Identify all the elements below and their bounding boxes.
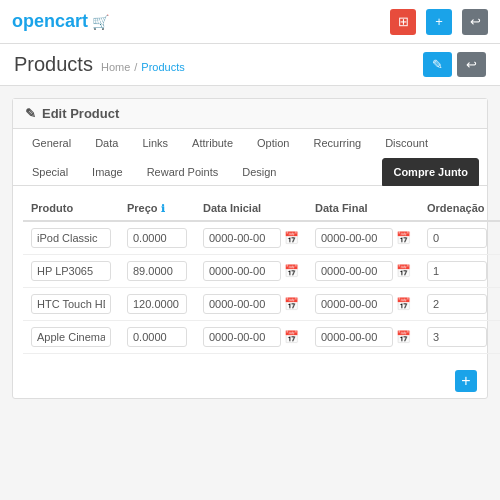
actions-cell: −: [495, 321, 500, 354]
tab-reward-points[interactable]: Reward Points: [136, 158, 230, 185]
sort-input[interactable]: [427, 261, 487, 281]
calendar-end-icon[interactable]: 📅: [396, 231, 411, 245]
calendar-end-icon[interactable]: 📅: [396, 264, 411, 278]
calendar-end-icon[interactable]: 📅: [396, 330, 411, 344]
plus-icon-button[interactable]: +: [426, 9, 452, 35]
table-header-row: ProdutoPreço ℹData InicialData FinalOrde…: [23, 196, 500, 221]
tab-option[interactable]: Option: [246, 129, 300, 156]
sort-input[interactable]: [427, 327, 487, 347]
page-header-left: Products Home / Products: [14, 53, 185, 76]
date-end-input[interactable]: [315, 261, 393, 281]
calendar-start-icon[interactable]: 📅: [284, 264, 299, 278]
product-input[interactable]: [31, 261, 111, 281]
add-row: +: [13, 364, 487, 398]
product-name: [23, 221, 119, 255]
navbar: opencart 🛒 ⊞ + ↩: [0, 0, 500, 44]
product-input[interactable]: [31, 228, 111, 248]
panel-title: Edit Product: [42, 106, 119, 121]
product-price: [119, 288, 195, 321]
table-row: 📅 📅 −: [23, 221, 500, 255]
product-name: [23, 321, 119, 354]
navbar-right: ⊞ + ↩: [390, 9, 488, 35]
date-start-input[interactable]: [203, 294, 281, 314]
calendar-start-icon[interactable]: 📅: [284, 297, 299, 311]
price-input[interactable]: [127, 294, 187, 314]
date-start-input[interactable]: [203, 327, 281, 347]
date-end-input[interactable]: [315, 294, 393, 314]
brand-logo: opencart 🛒: [12, 11, 109, 32]
page-title: Products: [14, 53, 93, 76]
breadcrumb-separator: /: [134, 61, 137, 73]
tabs-row: GeneralDataLinksAttributeOptionRecurring…: [13, 129, 487, 186]
tab-links[interactable]: Links: [131, 129, 179, 156]
col-Produto: Produto: [23, 196, 119, 221]
sort-input[interactable]: [427, 294, 487, 314]
product-price: [119, 221, 195, 255]
sort-order-cell: [419, 255, 495, 288]
product-input[interactable]: [31, 294, 111, 314]
tab-compre-junto[interactable]: Compre Junto: [382, 158, 479, 186]
tab-discount[interactable]: Discount: [374, 129, 439, 156]
table-row: 📅 📅 −: [23, 288, 500, 321]
date-end-cell: 📅: [307, 255, 419, 288]
table-container: ProdutoPreço ℹData InicialData FinalOrde…: [13, 186, 487, 364]
date-start-input[interactable]: [203, 228, 281, 248]
page-header: Products Home / Products ✎ ↩: [0, 44, 500, 86]
col-actions: [495, 196, 500, 221]
price-input[interactable]: [127, 327, 187, 347]
price-input[interactable]: [127, 261, 187, 281]
page-header-right: ✎ ↩: [423, 52, 486, 77]
panel-heading: ✎ Edit Product: [13, 99, 487, 129]
date-end-input[interactable]: [315, 228, 393, 248]
date-end-cell: 📅: [307, 221, 419, 255]
calendar-start-icon[interactable]: 📅: [284, 330, 299, 344]
product-name: [23, 255, 119, 288]
calendar-start-icon[interactable]: 📅: [284, 231, 299, 245]
back-header-button[interactable]: ↩: [457, 52, 486, 77]
breadcrumb-home[interactable]: Home: [101, 61, 130, 73]
date-start-cell: 📅: [195, 288, 307, 321]
product-price: [119, 321, 195, 354]
col-Data Final: Data Final: [307, 196, 419, 221]
breadcrumb-current: Products: [141, 61, 184, 73]
tab-attribute[interactable]: Attribute: [181, 129, 244, 156]
product-name: [23, 288, 119, 321]
main-content: ✎ Edit Product GeneralDataLinksAttribute…: [0, 86, 500, 411]
sort-order-cell: [419, 321, 495, 354]
table-row: 📅 📅 −: [23, 255, 500, 288]
logout-icon-button[interactable]: ↩: [462, 9, 488, 35]
tab-recurring[interactable]: Recurring: [302, 129, 372, 156]
product-price: [119, 255, 195, 288]
col-Data Inicial: Data Inicial: [195, 196, 307, 221]
sort-order-cell: [419, 221, 495, 255]
tab-data[interactable]: Data: [84, 129, 129, 156]
col-Ordenação: Ordenação: [419, 196, 495, 221]
edit-product-panel: ✎ Edit Product GeneralDataLinksAttribute…: [12, 98, 488, 399]
tab-special[interactable]: Special: [21, 158, 79, 185]
sort-input[interactable]: [427, 228, 487, 248]
date-end-input[interactable]: [315, 327, 393, 347]
product-input[interactable]: [31, 327, 111, 347]
date-start-input[interactable]: [203, 261, 281, 281]
pencil-icon: ✎: [25, 106, 36, 121]
price-info-icon[interactable]: ℹ: [161, 203, 165, 214]
tab-image[interactable]: Image: [81, 158, 134, 185]
tab-design[interactable]: Design: [231, 158, 287, 185]
price-input[interactable]: [127, 228, 187, 248]
actions-cell: −: [495, 255, 500, 288]
cart-icon: 🛒: [92, 14, 109, 30]
actions-cell: −: [495, 221, 500, 255]
date-end-cell: 📅: [307, 321, 419, 354]
date-start-cell: 📅: [195, 221, 307, 255]
calendar-end-icon[interactable]: 📅: [396, 297, 411, 311]
date-end-cell: 📅: [307, 288, 419, 321]
table-row: 📅 📅 −: [23, 321, 500, 354]
breadcrumb: Home / Products: [101, 61, 185, 73]
grid-icon-button[interactable]: ⊞: [390, 9, 416, 35]
edit-header-button[interactable]: ✎: [423, 52, 452, 77]
col-Preço: Preço ℹ: [119, 196, 195, 221]
add-product-button[interactable]: +: [455, 370, 477, 392]
brand-text: opencart: [12, 11, 88, 32]
tab-general[interactable]: General: [21, 129, 82, 156]
sort-order-cell: [419, 288, 495, 321]
